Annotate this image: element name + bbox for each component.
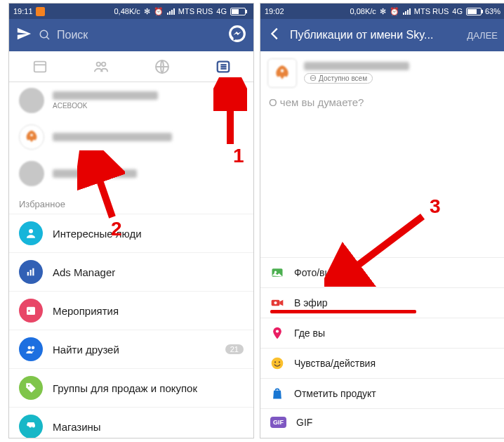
- menu-label: Группы для продаж и покупок: [53, 382, 244, 394]
- profile-row-1[interactable]: ACEBOOK: [9, 82, 253, 119]
- notification-icon: [36, 7, 45, 16]
- status-bar: 19:02 0,08K/c ✻ ⏰ MTS RUS 4G 63%: [260, 4, 504, 19]
- option-label: GIF: [296, 417, 312, 428]
- messenger-icon[interactable]: [228, 25, 246, 46]
- option-gif[interactable]: GIF GIF: [260, 408, 504, 436]
- page-avatar-rocket-icon: [267, 58, 297, 88]
- option-feeling[interactable]: Чувства/действия: [260, 348, 504, 378]
- search-icon: [39, 29, 51, 41]
- live-icon: [270, 296, 284, 310]
- avatar: [19, 161, 44, 186]
- svg-point-12: [30, 134, 33, 136]
- svg-point-21: [28, 385, 29, 386]
- favorites-label: Избранное: [9, 192, 253, 214]
- battery-icon: [466, 8, 482, 15]
- option-label: Где вы: [294, 327, 325, 339]
- profile-name-blurred: [53, 91, 158, 100]
- chart-icon: [19, 260, 43, 284]
- status-carrier: MTS RUS: [178, 7, 213, 15]
- tab-row: [9, 51, 253, 82]
- tab-friends[interactable]: [70, 51, 131, 82]
- svg-point-31: [279, 361, 280, 363]
- svg-point-19: [28, 346, 32, 350]
- app-header: Публикации от имени Sky... ДАЛЕЕ: [260, 19, 504, 51]
- people-icon: [19, 221, 43, 245]
- photo-icon: [270, 266, 284, 280]
- option-label: Фото/видео: [294, 267, 347, 278]
- profile-row-3[interactable]: [9, 155, 253, 192]
- menu-label: Магазины: [53, 421, 244, 433]
- svg-line-1: [46, 37, 49, 39]
- menu-find-friends[interactable]: Найти друзей 21: [9, 330, 253, 368]
- profile-name-blurred: [53, 133, 172, 141]
- status-carrier: MTS RUS: [414, 7, 449, 15]
- phone-left-menu: 19:11 0,48K/c ✻ ⏰ MTS RUS 4G Поиск: [8, 3, 254, 438]
- menu-label: Мероприятия: [53, 305, 244, 317]
- phone-right-composer: 19:02 0,08K/c ✻ ⏰ MTS RUS 4G 63% Публика…: [260, 3, 504, 438]
- svg-rect-3: [34, 61, 46, 72]
- menu-label: Найти друзей: [53, 344, 215, 356]
- svg-rect-14: [27, 272, 29, 275]
- next-button[interactable]: ДАЛЕЕ: [467, 30, 498, 41]
- svg-point-27: [274, 301, 277, 304]
- annotation-underline: [270, 310, 416, 313]
- status-speed: 0,08K/c: [350, 7, 376, 15]
- menu-groups[interactable]: Группы для продаж и покупок: [9, 368, 253, 407]
- search-input[interactable]: Поиск: [39, 29, 221, 41]
- globe-icon: [310, 74, 317, 82]
- friends-badge: 21: [225, 344, 244, 354]
- option-product[interactable]: Отметить продукт: [260, 378, 504, 408]
- profile-sub: ACEBOOK: [53, 102, 244, 110]
- option-label: Чувства/действия: [294, 358, 376, 369]
- search-placeholder: Поиск: [57, 29, 88, 41]
- svg-point-20: [32, 346, 35, 350]
- status-net: 4G: [216, 7, 227, 15]
- app-header: Поиск: [9, 19, 253, 51]
- send-icon[interactable]: [16, 26, 32, 44]
- menu-events[interactable]: Мероприятия: [9, 291, 253, 330]
- svg-point-13: [29, 229, 33, 233]
- status-battery: 63%: [485, 7, 500, 15]
- menu-ads-manager[interactable]: Ads Manager: [9, 252, 253, 291]
- alarm-icon: ⏰: [390, 7, 399, 16]
- profile-name-blurred: [53, 169, 137, 178]
- svg-point-28: [276, 330, 279, 332]
- page-title: Публикации от имени Sky...: [290, 29, 460, 41]
- composer-placeholder[interactable]: О чем вы думаете?: [260, 95, 504, 117]
- gif-icon: GIF: [270, 417, 286, 428]
- svg-rect-16: [32, 268, 34, 276]
- smile-icon: [270, 356, 284, 370]
- visibility-chip[interactable]: Доступно всем: [304, 73, 373, 84]
- tab-globe[interactable]: [131, 51, 192, 82]
- composer-body[interactable]: [260, 117, 504, 257]
- tab-menu[interactable]: [192, 51, 253, 82]
- status-time: 19:02: [265, 7, 284, 15]
- option-label: Отметить продукт: [294, 388, 376, 399]
- visibility-label: Доступно всем: [319, 74, 367, 82]
- avatar: [19, 88, 44, 113]
- tab-feed[interactable]: [9, 51, 70, 82]
- bag-icon: [270, 386, 284, 401]
- bluetooth-icon: ✻: [144, 7, 150, 16]
- option-location[interactable]: Где вы: [260, 318, 504, 348]
- composer-header: Доступно всем: [260, 51, 504, 95]
- signal-icon: [167, 8, 175, 15]
- back-icon[interactable]: [267, 26, 283, 44]
- svg-point-22: [281, 70, 284, 72]
- bluetooth-icon: ✻: [380, 7, 386, 16]
- battery-icon: [230, 8, 246, 15]
- menu-label: Интересные люди: [53, 228, 244, 240]
- option-photo-video[interactable]: Фото/видео: [260, 257, 504, 287]
- svg-point-5: [96, 62, 100, 66]
- page-name-blurred: [304, 62, 409, 70]
- calendar-icon: [19, 299, 43, 323]
- signal-icon: [403, 8, 411, 15]
- shop-icon: [19, 415, 43, 438]
- friends-icon: [19, 337, 43, 361]
- menu-interesting-people[interactable]: Интересные люди: [9, 214, 253, 252]
- status-net: 4G: [452, 7, 463, 15]
- option-label: В эфир: [294, 297, 328, 308]
- status-time: 19:11: [13, 7, 33, 15]
- profile-row-2[interactable]: [9, 119, 253, 155]
- menu-shops[interactable]: Магазины: [9, 407, 253, 438]
